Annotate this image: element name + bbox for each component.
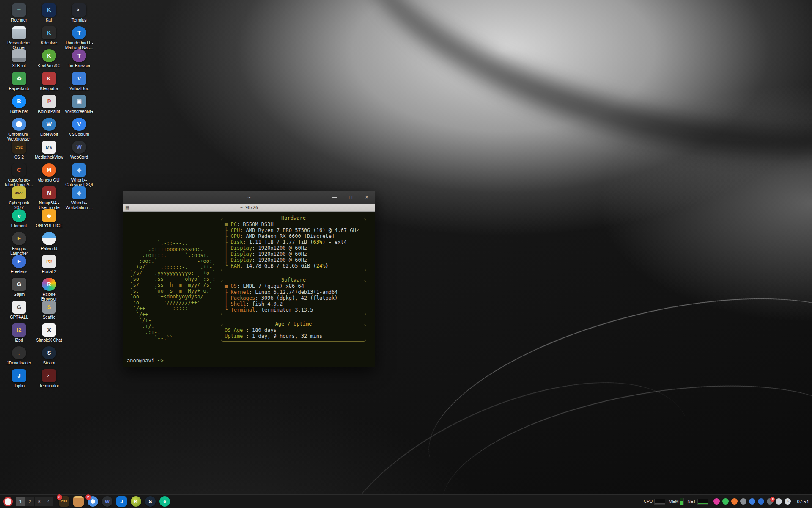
steam-icon: S bbox=[145, 496, 156, 507]
info-row: ├ Disk: 1.11 TiB / 1.77 TiB (63%) - ext4 bbox=[225, 239, 362, 245]
cpu-monitor-graph bbox=[654, 499, 665, 505]
desktop-icon-papierkorb[interactable]: ♻Papierkorb bbox=[4, 71, 34, 94]
desktop-icon-thunderbird[interactable]: TThunderbird E-Mail und Nac... bbox=[64, 25, 94, 48]
maximize-button[interactable]: □ bbox=[343, 191, 359, 204]
seafile-icon: S bbox=[42, 301, 56, 314]
workspace-button-2[interactable]: 2 bbox=[25, 497, 34, 506]
desktop-icon-rclone-browser[interactable]: RRclone Browser bbox=[34, 277, 64, 300]
desktop-icon-onlyoffice[interactable]: ◈ONLYOFFICE bbox=[34, 208, 64, 231]
taskbar-app-file-manager[interactable] bbox=[73, 496, 84, 507]
net-monitor[interactable]: NET bbox=[687, 499, 708, 505]
clock[interactable]: 07:54 bbox=[797, 499, 809, 504]
terminal-tabbar[interactable]: ▦ ~ 90x26 bbox=[123, 204, 375, 212]
tray-volume-icon[interactable]: ♪ bbox=[785, 498, 791, 505]
desktop-icon-kolourpaint[interactable]: PKolourPaint bbox=[34, 94, 64, 117]
desktop-icon-vscodium[interactable]: VVSCodium bbox=[64, 117, 94, 140]
onlyoffice-icon: ◈ bbox=[42, 209, 56, 222]
desktop-icon-joplin[interactable]: JJoplin bbox=[4, 368, 34, 391]
tray-shield-icon[interactable]: 3 bbox=[767, 498, 773, 505]
desktop-icon-cyberpunk-2077[interactable]: 2077Cyberpunk 2077 bbox=[4, 185, 34, 208]
vscodium-icon: V bbox=[72, 118, 86, 131]
workspace-button-1[interactable]: 1 bbox=[16, 497, 25, 506]
close-button[interactable]: × bbox=[359, 191, 375, 204]
virtualbox-icon: V bbox=[72, 72, 86, 85]
librewolf-icon: W bbox=[42, 118, 56, 131]
tray-icon-blue[interactable] bbox=[749, 498, 755, 505]
desktop-icon-webcord[interactable]: WWebCord bbox=[64, 140, 94, 163]
desktop-icon-tor-browser[interactable]: TTor Browser bbox=[64, 48, 94, 71]
info-row: ╰ Terminal: terminator 3.13.5 bbox=[225, 307, 362, 313]
taskbar-app-chromium[interactable]: 2 bbox=[88, 496, 98, 507]
desktop-icon-seafile[interactable]: SSeafile bbox=[34, 300, 64, 323]
desktop-icon-mediathekview[interactable]: MVMediathekView bbox=[34, 140, 64, 163]
desktop-icon-faugus-launcher[interactable]: FFaugus Launcher bbox=[4, 231, 34, 254]
taskbar-app-joplin[interactable]: J bbox=[116, 496, 127, 507]
desktop-icon-label: WebCord bbox=[70, 155, 88, 160]
minimize-button[interactable]: — bbox=[326, 191, 343, 204]
terminal-titlebar[interactable]: ××× ~ — □ × bbox=[123, 191, 375, 204]
desktop-icon-whonix-workstation[interactable]: ◆Whonix-Workstation-... bbox=[64, 185, 94, 208]
desktop-icon-palworld[interactable]: Palworld bbox=[34, 231, 64, 254]
persoenlicher-ordner-icon bbox=[12, 26, 26, 39]
tray-bluetooth-icon[interactable] bbox=[758, 498, 764, 505]
lmde-ascii-logo: `.-::---.. .:++++ooooosssoo:. .+o++::. `… bbox=[127, 240, 216, 341]
desktop-icon-chromium[interactable]: Chromium-Webbrowser bbox=[4, 117, 34, 140]
monero-gui-icon: M bbox=[42, 163, 56, 177]
desktop-icon-gajim[interactable]: GGajim bbox=[4, 277, 34, 300]
desktop-icon-curseforge[interactable]: Ccurseforge-latest-linux.A... bbox=[4, 163, 34, 185]
desktop-icon-rechner[interactable]: =Rechner bbox=[4, 3, 34, 25]
workspace-button-4[interactable]: 4 bbox=[44, 497, 53, 506]
desktop-icon-freelens[interactable]: FFreelens bbox=[4, 254, 34, 277]
app-menu-button[interactable] bbox=[3, 497, 13, 506]
desktop-icon-steam[interactable]: SSteam bbox=[34, 345, 64, 368]
desktop-icon-virtualbox[interactable]: VVirtualBox bbox=[64, 71, 94, 94]
desktop-icon-label: Rechner bbox=[11, 18, 27, 22]
tray-icon-orange[interactable] bbox=[731, 498, 738, 505]
taskbar-app-webcord[interactable]: W bbox=[102, 496, 112, 507]
desktop-icon-monero-gui[interactable]: MMonero GUI bbox=[34, 163, 64, 185]
desktop-icon-gpt4all[interactable]: GGPT4ALL bbox=[4, 300, 34, 323]
desktop-icon-persoenlicher-ordner[interactable]: Persönlicher Ordner bbox=[4, 25, 34, 48]
wallpaper bbox=[0, 0, 812, 508]
desktop-icon-librewolf[interactable]: WLibreWolf bbox=[34, 117, 64, 140]
desktop-icon-termius[interactable]: >_Termius bbox=[64, 3, 94, 25]
workspace-button-3[interactable]: 3 bbox=[35, 497, 44, 506]
taskbar-app-cs2[interactable]: CS23 bbox=[59, 496, 69, 507]
desktop-icon-kdenlive[interactable]: KKdenlive bbox=[34, 25, 64, 48]
desktop-icon-jdownloader[interactable]: ↓JDownloader bbox=[4, 345, 34, 368]
desktop-icon-nmapsi4[interactable]: NNmapSI4 - User mode bbox=[34, 185, 64, 208]
taskbar-app-keepassxc[interactable]: K bbox=[131, 496, 141, 507]
terminal-tab-title: ~ 90x26 bbox=[123, 205, 375, 210]
desktop-icon-keepassxc[interactable]: KKeePassXC bbox=[34, 48, 64, 71]
desktop-icon-element[interactable]: eElement bbox=[4, 208, 34, 231]
desktop-icon-terminator[interactable]: >_Terminator bbox=[34, 368, 64, 391]
joplin-icon: J bbox=[116, 496, 127, 507]
desktop-icon-battle-net[interactable]: BBattle.net bbox=[4, 94, 34, 117]
taskbar-app-steam[interactable]: S bbox=[145, 496, 156, 507]
taskbar-app-element[interactable]: e bbox=[159, 496, 170, 507]
desktop-icon-simplex-chat[interactable]: XSimpleX Chat bbox=[34, 323, 64, 345]
terminal-body[interactable]: `.-::---.. .:++++ooooosssoo:. .+o++::. `… bbox=[123, 212, 375, 367]
desktop-icon-label: ONLYOFFICE bbox=[36, 224, 62, 228]
desktop-icon-kali[interactable]: KKali bbox=[34, 3, 64, 25]
desktop-icon-cs2[interactable]: CS2CS 2 bbox=[4, 140, 34, 163]
tray-icon-pink[interactable] bbox=[713, 498, 720, 505]
mem-monitor[interactable]: MEM bbox=[669, 498, 684, 505]
notification-badge: 3 bbox=[57, 494, 62, 500]
tray-icon-green[interactable] bbox=[722, 498, 729, 505]
kleopatra-icon: K bbox=[42, 72, 56, 85]
cpu-monitor[interactable]: CPU bbox=[644, 499, 665, 505]
desktop-icon-label: Papierkorb bbox=[9, 86, 29, 91]
terminator-grid-icon[interactable]: ▦ bbox=[125, 205, 129, 210]
desktop-icon-label: Gajim bbox=[14, 292, 25, 297]
desktop-icon-vokoscreenng[interactable]: ▣vokoscreenNG bbox=[64, 94, 94, 117]
desktop-icon-drive-8tb-int[interactable]: 8TB-int bbox=[4, 48, 34, 71]
net-monitor-label: NET bbox=[687, 499, 696, 504]
rechner-icon: = bbox=[12, 3, 26, 17]
desktop-icon-i2pd[interactable]: i2i2pd bbox=[4, 323, 34, 345]
tray-icon-gray[interactable] bbox=[740, 498, 746, 505]
desktop-icon-whonix-gateway[interactable]: ◆Whonix-Gateway-LXQt bbox=[64, 163, 94, 185]
tray-network-icon[interactable] bbox=[776, 498, 782, 505]
desktop-icon-portal-2[interactable]: P2Portal 2 bbox=[34, 254, 64, 277]
desktop-icon-kleopatra[interactable]: KKleopatra bbox=[34, 71, 64, 94]
